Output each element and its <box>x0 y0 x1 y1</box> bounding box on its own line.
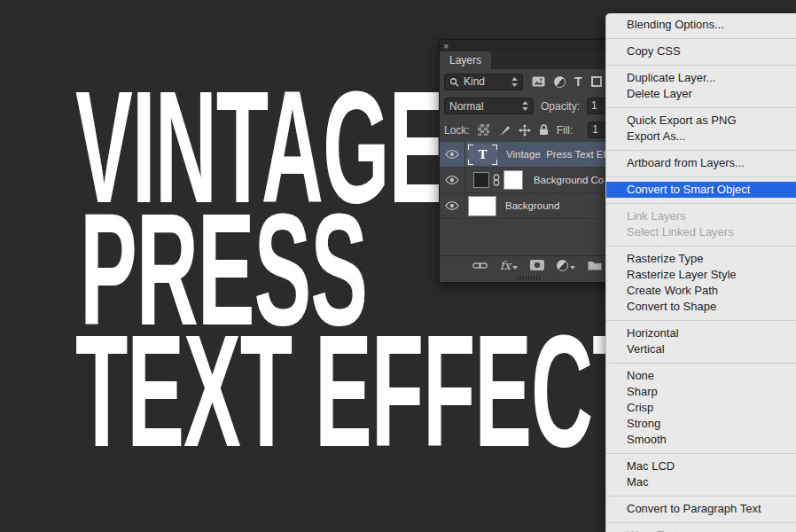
type-layer-thumbnail[interactable]: T <box>468 145 497 165</box>
layer-name[interactable]: Background Co <box>534 175 604 185</box>
layer-row-background-color[interactable]: Background Co <box>440 168 618 193</box>
layer-context-menu: Blending Options... Copy CSS Duplicate L… <box>605 13 796 532</box>
menu-item-blending-options[interactable]: Blending Options... <box>606 17 796 33</box>
menu-separator <box>606 453 796 454</box>
menu-item-duplicate-layer[interactable]: Duplicate Layer... <box>606 70 796 86</box>
link-layers-icon[interactable] <box>472 262 488 270</box>
menu-item-smooth[interactable]: Smooth <box>606 432 796 448</box>
close-icon[interactable]: × <box>443 41 449 51</box>
menu-item-convert-to-shape[interactable]: Convert to Shape <box>606 299 796 315</box>
menu-item-rasterize-type[interactable]: Rasterize Type <box>606 251 796 267</box>
eye-visibility-icon[interactable] <box>440 142 465 167</box>
opacity-label: Opacity: <box>541 100 580 113</box>
layer-mask-icon[interactable] <box>530 260 544 270</box>
layer-mask-link-icon[interactable] <box>493 174 500 186</box>
menu-separator <box>606 320 796 321</box>
lock-move-icon[interactable] <box>519 124 531 137</box>
menu-separator <box>606 203 796 204</box>
chevron-down-icon <box>512 266 518 270</box>
layer-row-background[interactable]: Background <box>440 193 618 219</box>
menu-item-horizontal[interactable]: Horizontal <box>606 325 796 341</box>
eye-visibility-icon[interactable] <box>440 168 465 192</box>
menu-separator <box>606 246 796 246</box>
lock-label: Lock: <box>444 124 470 137</box>
menu-separator <box>606 522 796 523</box>
menu-separator <box>606 363 796 364</box>
type-layers-filter-icon[interactable]: T <box>574 75 582 88</box>
layer-filter-row: Kind T <box>440 69 618 94</box>
menu-item-warp-text: Warp Text... <box>606 528 796 532</box>
menu-item-crisp[interactable]: Crisp <box>606 400 796 416</box>
lock-paint-icon[interactable] <box>497 124 511 136</box>
menu-item-convert-to-smart-object[interactable]: Convert to Smart Object <box>606 182 796 198</box>
menu-separator <box>606 107 796 108</box>
layers-empty-area <box>440 219 618 255</box>
panel-title-bar: × <box>440 40 618 51</box>
adjustment-layer-icon[interactable] <box>557 260 575 271</box>
panel-tab-bar: Layers <box>440 51 618 69</box>
menu-item-link-layers: Link Layers <box>606 208 796 224</box>
menu-item-convert-to-paragraph-text[interactable]: Convert to Paragraph Text <box>606 501 796 517</box>
menu-item-mac[interactable]: Mac <box>606 474 796 490</box>
menu-item-vertical[interactable]: Vertical <box>606 341 796 357</box>
blend-mode-value: Normal <box>449 100 518 113</box>
menu-separator <box>606 496 796 497</box>
lock-all-icon[interactable] <box>539 124 549 136</box>
lock-transparency-icon[interactable] <box>478 124 489 136</box>
menu-item-copy-css[interactable]: Copy CSS <box>606 43 796 59</box>
eye-visibility-icon[interactable] <box>440 193 465 218</box>
photoshop-workspace: { "canvas": { "bg_color": "#2b2a2c", "te… <box>0 0 796 532</box>
menu-item-none[interactable]: None <box>606 368 796 384</box>
menu-item-export-as[interactable]: Export As... <box>606 129 796 145</box>
layer-name[interactable]: Vintage Press Text Eff... <box>506 149 617 160</box>
menu-item-select-linked-layers: Select Linked Layers <box>606 224 796 240</box>
layer-row-vintage-text[interactable]: T Vintage Press Text Eff... <box>440 142 618 168</box>
kind-filter-dropdown[interactable]: Kind <box>444 74 523 90</box>
search-icon <box>449 77 459 87</box>
layer-mask-thumbnail[interactable] <box>503 170 523 190</box>
adjustment-layers-filter-icon[interactable] <box>554 76 566 88</box>
layer-name[interactable]: Background <box>505 200 559 211</box>
menu-item-sharp[interactable]: Sharp <box>606 384 796 400</box>
lock-row: Lock: Fill: 1 <box>440 118 618 142</box>
fill-label: Fill: <box>557 124 574 137</box>
shape-layers-filter-icon[interactable] <box>591 76 602 87</box>
fill-color-thumbnail[interactable] <box>473 172 489 188</box>
updown-arrows-icon <box>511 77 518 87</box>
kind-filter-label: Kind <box>464 75 507 88</box>
chevron-down-icon <box>570 266 575 270</box>
menu-item-delete-layer[interactable]: Delete Layer <box>606 86 796 102</box>
menu-item-create-work-path[interactable]: Create Work Path <box>606 283 796 299</box>
layers-panel-toolbar: fx <box>440 255 618 274</box>
background-layer-thumbnail[interactable] <box>468 196 496 216</box>
tab-layers[interactable]: Layers <box>440 51 491 69</box>
menu-item-strong[interactable]: Strong <box>606 416 796 432</box>
menu-item-quick-export-as-png[interactable]: Quick Export as PNG <box>606 113 796 129</box>
pixel-layers-filter-icon[interactable] <box>532 76 545 87</box>
canvas-headline-line3: TEXT EFFECT <box>75 311 644 471</box>
blend-opacity-row: Normal Opacity: 1 <box>440 94 618 118</box>
menu-separator <box>606 150 796 151</box>
updown-arrows-icon <box>522 101 528 111</box>
blend-mode-dropdown[interactable]: Normal <box>444 98 534 114</box>
layers-panel: × Layers Kind T Normal Opacity: <box>439 39 619 283</box>
menu-separator <box>606 65 796 66</box>
menu-separator <box>606 38 796 39</box>
new-group-folder-icon[interactable] <box>588 260 602 270</box>
menu-item-rasterize-layer-style[interactable]: Rasterize Layer Style <box>606 267 796 283</box>
panel-resize-grip[interactable] <box>440 274 618 282</box>
menu-separator <box>606 176 796 177</box>
menu-item-mac-lcd[interactable]: Mac LCD <box>606 458 796 474</box>
layer-style-fx-icon[interactable]: fx <box>500 260 518 271</box>
menu-item-artboard-from-layers[interactable]: Artboard from Layers... <box>606 155 796 171</box>
